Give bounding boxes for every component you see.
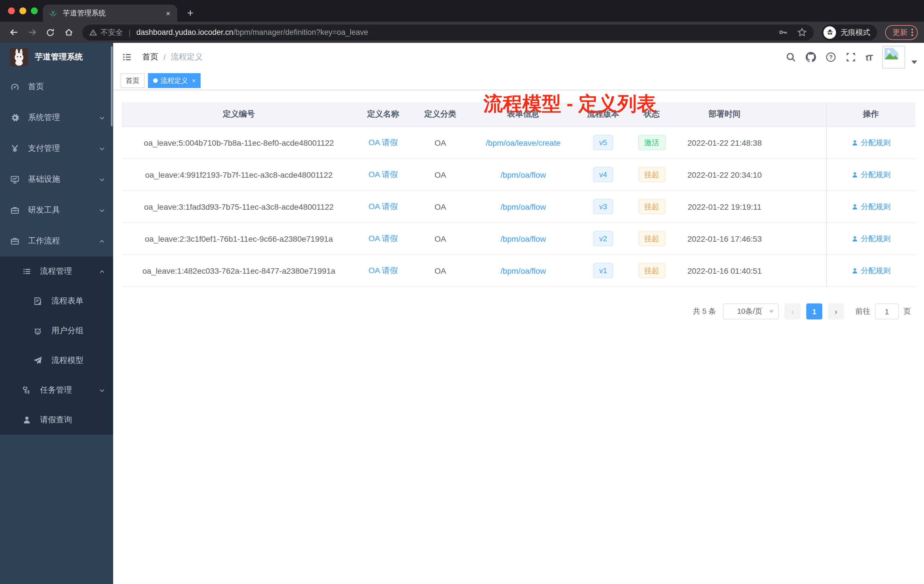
status-badge: 挂起 [638, 263, 665, 278]
status-cell: 挂起 [630, 255, 673, 286]
sidebar-item-10[interactable]: 任务管理 [0, 375, 113, 405]
definition-name-link[interactable]: OA 请假 [369, 266, 398, 276]
definition-name-link[interactable]: OA 请假 [369, 201, 398, 212]
definition-id-cell: oa_leave:4:991f2193-7b7f-11ec-a3c8-acde4… [122, 159, 356, 190]
form-info-link[interactable]: /bpm/oa/flow [501, 202, 546, 211]
sidebar-item-label: 请假查询 [40, 415, 72, 425]
app-title: 芋道管理系统 [35, 52, 83, 62]
table-row: oa_leave:3:1fad3d93-7b75-11ec-a3c8-acde4… [122, 191, 916, 223]
browser-tab[interactable]: 芋道管理系统 × [43, 5, 177, 22]
form-info-link[interactable]: /bpm/oa/flow [501, 234, 546, 243]
form-info-link[interactable]: /bpm/oa/leave/create [486, 138, 561, 147]
close-window-button[interactable] [8, 7, 15, 14]
sidebar-item-6[interactable]: 流程管理 [0, 257, 113, 286]
fullscreen-icon[interactable] [846, 52, 856, 62]
address-bar[interactable]: 不安全 | dashboard.yudao.iocoder.cn/bpm/man… [82, 24, 814, 40]
font-size-icon[interactable]: tT [866, 52, 873, 62]
tab-close-icon[interactable]: × [165, 9, 172, 17]
user-icon [851, 267, 858, 274]
form-info-link[interactable]: /bpm/oa/flow [501, 266, 546, 275]
page-number-button[interactable]: 1 [806, 304, 822, 319]
update-label: 更新 [893, 27, 908, 38]
deploy-time: 2022-01-22 21:48:38 [687, 138, 762, 147]
sidebar-item-7[interactable]: 流程表单 [0, 286, 113, 316]
definition-category-cell: OA [410, 159, 470, 190]
password-key-icon[interactable] [778, 27, 788, 37]
tag-home[interactable]: 首页 [120, 73, 145, 88]
definition-name-link[interactable]: OA 请假 [369, 233, 398, 244]
column-header-0: 定义编号 [122, 102, 356, 126]
sidebar-item-3[interactable]: 基础设施 [0, 164, 113, 195]
definition-id-cell: oa_leave:1:482ec033-762a-11ec-8477-a2380… [122, 255, 356, 286]
assign-rule-link[interactable]: 分配规则 [851, 170, 891, 180]
url-path: /bpm/manager/definition?key=oa_leave [233, 28, 368, 36]
status-badge: 挂起 [638, 167, 665, 182]
window-controls [8, 7, 38, 14]
prev-page-button[interactable]: ‹ [785, 304, 800, 319]
sidebar-item-5[interactable]: 工作流程 [0, 226, 113, 257]
sidebar-item-8[interactable]: 用户分组 [0, 316, 113, 346]
sidebar-item-9[interactable]: 流程模型 [0, 346, 113, 375]
definition-category: OA [435, 202, 446, 211]
avatar[interactable] [882, 46, 905, 69]
forward-icon[interactable] [24, 24, 40, 40]
help-icon[interactable]: ? [826, 52, 836, 62]
actions-cell: 分配规则 [826, 159, 916, 190]
tag-process-definition[interactable]: 流程定义 × [148, 73, 201, 88]
home-icon[interactable] [61, 24, 77, 40]
goto-page-input[interactable] [875, 304, 899, 319]
definition-name-link[interactable]: OA 请假 [369, 137, 398, 148]
minimize-window-button[interactable] [20, 7, 26, 14]
form-info-link[interactable]: /bpm/oa/flow [501, 170, 546, 179]
search-icon[interactable] [786, 52, 796, 62]
sidebar-logo[interactable]: 芋道管理系统 [0, 43, 113, 71]
assign-rule-link[interactable]: 分配规则 [851, 266, 891, 276]
table-row: oa_leave:4:991f2193-7b7f-11ec-a3c8-acde4… [122, 159, 916, 191]
sidebar-toggle-icon[interactable] [122, 52, 132, 62]
sidebar-item-1[interactable]: 系统管理 [0, 102, 113, 133]
avatar-caret-icon[interactable] [911, 61, 917, 64]
assign-rule-link[interactable]: 分配规则 [851, 137, 891, 148]
status-badge: 激活 [638, 135, 665, 150]
reload-icon[interactable] [42, 24, 58, 40]
sidebar-item-2[interactable]: 支付管理 [0, 133, 113, 164]
next-page-button[interactable]: › [828, 304, 844, 319]
sidebar-scrollbar[interactable] [111, 46, 112, 126]
browser-update-button[interactable]: 更新 [885, 25, 918, 40]
page-size-select[interactable]: 10条/页 [723, 304, 779, 319]
app-root: 芋道管理系统 首页系统管理支付管理基础设施研发工具工作流程流程管理流程表单用户分… [0, 43, 924, 584]
incognito-badge: 无痕模式 [822, 24, 877, 40]
sidebar-item-label: 流程管理 [40, 266, 72, 277]
definition-id: oa_leave:1:482ec033-762a-11ec-8477-a2380… [142, 266, 335, 275]
chevron-down-icon [99, 207, 105, 213]
goto-label: 前往 [855, 306, 870, 317]
breadcrumb-home[interactable]: 首页 [142, 52, 158, 62]
assign-rule-link[interactable]: 分配规则 [851, 233, 891, 244]
definition-id-cell: oa_leave:2:3c1f0ef1-76b1-11ec-9c66-a2380… [122, 223, 356, 254]
definition-category-cell: OA [410, 191, 470, 222]
tag-close-icon[interactable]: × [192, 78, 196, 84]
sidebar-item-0[interactable]: 首页 [0, 71, 113, 102]
zoom-window-button[interactable] [31, 7, 38, 14]
tag-active-dot [153, 78, 158, 83]
url-host: dashboard.yudao.iocoder.cn [136, 28, 233, 36]
sidebar-item-4[interactable]: 研发工具 [0, 195, 113, 226]
actions-cell: 分配规则 [826, 191, 916, 222]
definition-table: 定义编号定义名称定义分类表单信息流程版本状态部署时间操作 oa_leave:5:… [122, 102, 916, 287]
breadcrumb-current: 流程定义 [171, 52, 203, 62]
github-icon[interactable] [806, 52, 816, 62]
column-header-2: 定义分类 [410, 102, 470, 126]
assign-rule-link[interactable]: 分配规则 [851, 201, 891, 212]
definition-name-link[interactable]: OA 请假 [369, 170, 398, 180]
definition-id: oa_leave:4:991f2193-7b7f-11ec-a3c8-acde4… [145, 170, 333, 179]
bookmark-star-icon[interactable] [797, 27, 807, 37]
kebab-menu-icon[interactable] [911, 28, 913, 36]
security-label[interactable]: 不安全 [101, 27, 123, 38]
version-cell: v5 [576, 127, 630, 158]
back-icon[interactable] [6, 24, 22, 40]
version-cell: v3 [576, 191, 630, 222]
deploy-time-cell: 2022-01-22 19:19:11 [673, 191, 776, 222]
new-tab-button[interactable]: + [183, 6, 198, 21]
sidebar-item-11[interactable]: 请假查询 [0, 405, 113, 435]
security-warning-icon[interactable] [89, 28, 97, 36]
